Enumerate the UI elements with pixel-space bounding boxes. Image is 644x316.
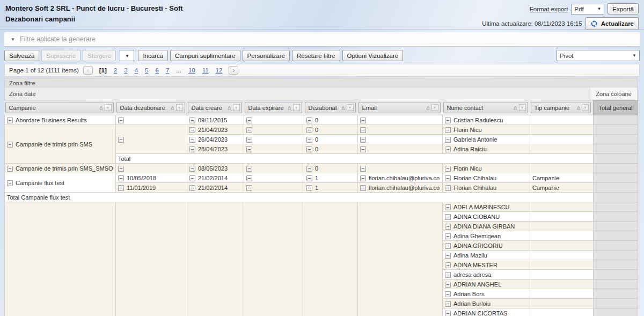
collapse-icon[interactable] [246,137,252,143]
collapse-icon[interactable] [189,185,195,191]
view-mode-select[interactable]: Pivot ▼ [557,50,640,61]
collapse-icon[interactable] [445,137,451,143]
collapse-icon[interactable] [445,291,451,297]
format-export-select[interactable]: Pdf ▼ [571,4,604,14]
collapse-icon[interactable] [306,146,312,152]
collapse-icon[interactable] [445,301,451,307]
filter-dropdown-icon[interactable]: ▼ [293,104,300,111]
collapse-icon[interactable] [360,117,366,123]
personalize-button[interactable]: Personalizare [243,50,290,61]
save-options-dropdown[interactable]: ▾ [120,50,134,61]
page-link[interactable]: 7 [166,67,169,74]
collapse-icon[interactable] [445,243,451,249]
next-page-button[interactable]: › [229,66,238,75]
column-header-data-dezabonare[interactable]: Data dezabonare△▼ [116,102,185,113]
collapse-icon[interactable] [118,175,124,181]
save-button[interactable]: Salvează [4,50,39,61]
collapse-icon[interactable] [445,214,451,220]
filter-dropdown-icon[interactable]: ▼ [233,104,240,111]
collapse-icon[interactable] [445,282,451,288]
collapse-icon[interactable] [360,175,366,181]
filter-dropdown-icon[interactable]: ▼ [105,104,112,111]
column-header-email[interactable]: Email△▼ [358,102,441,113]
collapse-icon[interactable] [445,204,451,210]
collapse-icon[interactable] [7,166,13,172]
collapse-icon[interactable] [445,166,451,172]
collapse-icon[interactable] [445,146,451,152]
collapse-icon[interactable] [189,166,195,172]
export-button[interactable]: Exportă [608,3,639,14]
filter-zone[interactable]: Zona filtre [4,78,638,87]
column-header-data-creare[interactable]: Data creare△▼ [188,102,242,113]
collapse-icon[interactable] [445,311,451,316]
collapse-icon[interactable] [306,175,312,181]
page-link[interactable]: 5 [145,67,148,74]
collapse-icon[interactable] [360,146,366,152]
collapse-icon[interactable] [360,185,366,191]
collapse-icon[interactable] [445,175,451,181]
collapse-icon[interactable] [306,166,312,172]
page-link[interactable]: 4 [135,67,138,74]
reset-filters-button[interactable]: Resetare filtre [292,50,340,61]
column-header-campanie[interactable]: Campanie△▼ [5,102,114,113]
collapse-icon[interactable] [189,146,195,152]
collapse-icon[interactable] [360,127,366,133]
collapse-icon[interactable] [445,224,451,230]
page-link[interactable]: 10 [188,67,195,74]
collapse-icon[interactable] [445,272,451,278]
page-link[interactable]: 12 [216,67,223,74]
collapse-icon[interactable] [306,185,312,191]
column-header-nume-contact[interactable]: Nume contact△▼ [443,102,528,113]
column-header-data-expirare[interactable]: Data expirare△▼ [245,102,302,113]
filter-dropdown-icon[interactable]: ▼ [582,104,589,111]
collapse-icon[interactable] [445,117,451,123]
collapse-icon[interactable] [118,185,124,191]
collapse-icon[interactable] [445,185,451,191]
filter-dropdown-icon[interactable]: ▼ [519,104,526,111]
overwrite-button[interactable]: Suprascrie [41,50,80,61]
collapse-icon[interactable] [189,117,195,123]
refresh-button[interactable]: Actualizare [586,17,639,30]
collapse-icon[interactable] [445,253,451,259]
collapse-icon[interactable] [306,117,312,123]
collapse-icon[interactable] [246,117,252,123]
collapse-icon[interactable] [246,166,252,172]
collapse-icon[interactable] [360,137,366,143]
collapse-icon[interactable] [306,137,312,143]
extra-fields-button[interactable]: Campuri suplimentare [170,50,240,61]
collapse-icon[interactable] [306,127,312,133]
prev-page-button[interactable]: ‹ [83,66,93,75]
load-button[interactable]: Incarca [138,50,168,61]
collapse-icon[interactable] [360,166,366,172]
collapse-icon[interactable] [246,185,252,191]
collapse-icon[interactable] [246,175,252,181]
page-link[interactable]: 6 [155,67,158,74]
collapse-icon[interactable] [246,146,252,152]
collapse-icon[interactable] [7,142,13,148]
column-header-tip-campanie[interactable]: Tip campanie△▼ [531,102,591,113]
collapse-icon[interactable] [445,262,451,268]
page-link[interactable]: 2 [114,67,117,74]
collapse-icon[interactable] [7,180,13,186]
filters-panel-header[interactable]: ▼ Filtre aplicate la generare [4,32,640,47]
filter-dropdown-icon[interactable]: ▼ [431,104,438,111]
collapse-icon[interactable] [118,137,124,143]
collapse-icon[interactable] [445,233,451,239]
collapse-icon[interactable] [189,127,195,133]
collapse-icon[interactable] [118,166,124,172]
collapse-icon[interactable] [118,117,124,123]
column-header-dezabonat[interactable]: Dezabonat△▼ [305,102,356,113]
collapse-icon[interactable] [189,175,195,181]
collapse-triangle-icon[interactable]: ▼ [11,37,15,42]
page-link[interactable]: 3 [124,67,127,74]
filter-dropdown-icon[interactable]: ▼ [176,104,183,111]
page-link[interactable]: 11 [202,67,209,74]
collapse-icon[interactable] [189,137,195,143]
delete-button[interactable]: Stergere [83,50,116,61]
collapse-icon[interactable] [445,127,451,133]
collapse-icon[interactable] [246,127,252,133]
filter-dropdown-icon[interactable]: ▼ [347,104,354,111]
format-export-link[interactable]: Format export [530,6,568,12]
view-options-button[interactable]: Optiuni Vizualizare [342,50,404,61]
collapse-icon[interactable] [7,117,13,123]
